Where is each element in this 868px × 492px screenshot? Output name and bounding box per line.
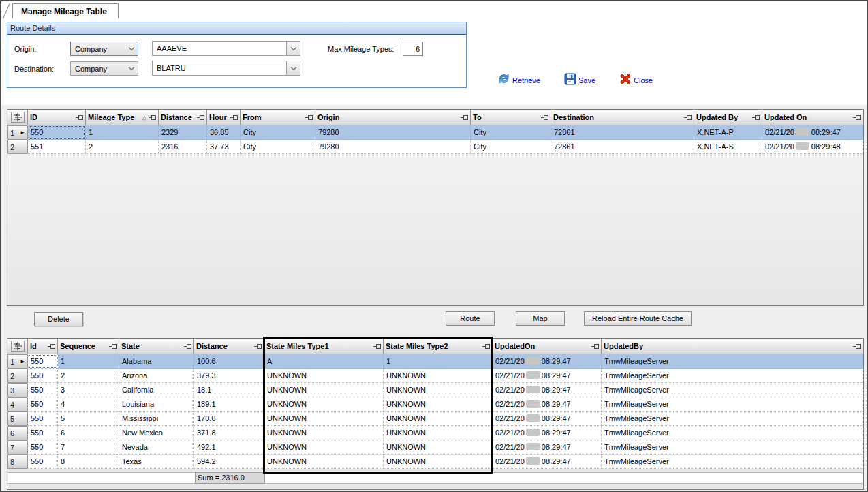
cell-sequence[interactable]: 6 <box>58 426 119 440</box>
table-row[interactable]: 7 550 7 Nevada 492.1 UNKNOWN UNKNOWN 02/… <box>7 440 863 455</box>
cell-updatedby[interactable]: TmwMileageServer <box>602 412 863 426</box>
row-selector[interactable]: 3 <box>7 383 28 397</box>
pin-icon[interactable] <box>149 114 156 121</box>
cell-origin[interactable]: 79280 <box>315 140 471 154</box>
cell-state-miles-type2[interactable]: UNKNOWN <box>384 426 493 440</box>
map-button[interactable]: Map <box>516 311 565 326</box>
cell-state-miles-type2[interactable]: UNKNOWN <box>384 412 493 426</box>
cell-id[interactable]: 550 <box>28 383 58 397</box>
cell-from[interactable]: City <box>241 125 315 140</box>
cell-distance[interactable]: 170.8 <box>194 412 264 426</box>
cell-id[interactable]: 550 <box>28 455 58 469</box>
cell-to[interactable]: City <box>471 125 551 140</box>
grid-corner-header[interactable] <box>7 110 28 125</box>
origin-code-combo[interactable]: AAAEVE <box>152 41 300 56</box>
pin-icon[interactable] <box>684 114 692 121</box>
cell-sequence[interactable]: 4 <box>58 397 119 412</box>
cell-updatedon[interactable]: 02/21/2008:29:47 <box>493 412 602 426</box>
row-selector[interactable]: 2 <box>7 369 28 383</box>
cell-state[interactable]: Texas <box>119 455 194 469</box>
table-row[interactable]: 5 550 5 Mississippi 170.8 UNKNOWN UNKNOW… <box>7 412 863 426</box>
table-row[interactable]: 4 550 4 Louisiana 189.1 UNKNOWN UNKNOWN … <box>7 397 863 412</box>
cell-updated-on[interactable]: 02/21/2008:29:48 <box>762 140 863 154</box>
cell-updatedby[interactable]: TmwMileageServer <box>602 455 863 469</box>
column-header-state-miles-type2[interactable]: State Miles Type2 <box>384 339 493 354</box>
cell-state[interactable]: Alabama <box>119 354 194 369</box>
pin-icon[interactable] <box>76 114 83 121</box>
cell-state-miles-type1[interactable]: UNKNOWN <box>264 426 384 440</box>
column-header-from[interactable]: From <box>241 110 315 125</box>
cell-id[interactable]: 550 <box>28 125 86 140</box>
cell-state-miles-type1[interactable]: UNKNOWN <box>264 397 384 412</box>
cell-state-miles-type1[interactable]: A <box>264 354 384 369</box>
cell-state[interactable]: Louisiana <box>119 397 194 412</box>
close-button[interactable]: Close <box>619 72 653 89</box>
cell-state-miles-type2[interactable]: UNKNOWN <box>384 369 493 383</box>
column-header-distance[interactable]: Distance <box>194 339 264 354</box>
cell-id[interactable]: 550 <box>28 397 58 412</box>
cell-mileage-type[interactable]: 1 <box>86 125 159 140</box>
pin-icon[interactable] <box>752 114 760 121</box>
cell-distance[interactable]: 379.3 <box>194 369 264 383</box>
cell-hour[interactable]: 37.73 <box>207 140 241 154</box>
cell-updated-by[interactable]: X.NET-A-S <box>694 140 762 154</box>
table-row[interactable]: 3 550 3 California 18.1 UNKNOWN UNKNOWN … <box>7 383 863 397</box>
cell-state[interactable]: New Mexico <box>119 426 194 440</box>
origin-type-dropdown[interactable]: Company <box>70 42 138 56</box>
column-header-updated-by[interactable]: Updated By <box>694 110 762 125</box>
row-selector[interactable]: 1► <box>7 354 28 369</box>
cell-hour[interactable]: 36.85 <box>207 125 241 140</box>
save-button[interactable]: Save <box>563 72 595 89</box>
cell-id[interactable]: 550 <box>28 412 58 426</box>
table-row[interactable]: 8 550 8 Texas 594.2 UNKNOWN UNKNOWN 02/2… <box>7 455 863 469</box>
cell-state[interactable]: Mississippi <box>119 412 194 426</box>
tab-manage-mileage-table[interactable]: Manage Mileage Table <box>12 3 119 18</box>
reload-route-cache-button[interactable]: Reload Entire Route Cache <box>584 311 692 326</box>
cell-id[interactable]: 550 <box>28 440 58 455</box>
column-header-updated-on[interactable]: Updated On <box>762 110 863 125</box>
cell-distance[interactable]: 2316 <box>159 140 207 154</box>
column-header-origin[interactable]: Origin <box>315 110 471 125</box>
destination-code-combo[interactable]: BLATRU <box>152 61 300 76</box>
cell-state-miles-type2[interactable]: UNKNOWN <box>384 383 493 397</box>
table-row[interactable]: 6 550 6 New Mexico 371.8 UNKNOWN UNKNOWN… <box>7 426 863 440</box>
row-selector[interactable]: 4 <box>7 397 28 412</box>
pin-icon[interactable] <box>305 114 313 121</box>
cell-mileage-type[interactable]: 2 <box>86 140 159 154</box>
cell-updatedby[interactable]: TmwMileageServer <box>602 397 863 412</box>
cell-sequence[interactable]: 3 <box>58 383 119 397</box>
cell-state-miles-type1[interactable]: UNKNOWN <box>264 412 384 426</box>
column-header-updatedby[interactable]: UpdatedBy <box>602 339 863 354</box>
pin-icon[interactable] <box>461 114 468 121</box>
pin-icon[interactable] <box>109 343 117 350</box>
cell-state-miles-type1[interactable]: UNKNOWN <box>264 383 384 397</box>
origin-code-drop-button[interactable] <box>286 42 300 55</box>
cell-origin[interactable]: 79280 <box>315 125 471 140</box>
column-header-destination[interactable]: Destination <box>551 110 694 125</box>
cell-state-miles-type2[interactable]: UNKNOWN <box>384 397 493 412</box>
pin-icon[interactable] <box>197 114 204 121</box>
cell-state-miles-type2[interactable]: UNKNOWN <box>384 455 493 469</box>
pin-icon[interactable] <box>254 343 262 350</box>
row-selector[interactable]: 7 <box>7 440 28 455</box>
cell-distance[interactable]: 100.6 <box>194 354 264 369</box>
table-row[interactable]: 2 550 2 Arizona 379.3 UNKNOWN UNKNOWN 02… <box>7 369 863 383</box>
cell-state[interactable]: Arizona <box>119 369 194 383</box>
row-selector[interactable]: 5 <box>7 412 28 426</box>
cell-updatedon[interactable]: 02/21/2008:29:47 <box>493 369 602 383</box>
cell-from[interactable]: City <box>241 140 315 154</box>
max-mileage-types-input[interactable] <box>403 42 423 56</box>
cell-updatedon[interactable]: 02/21/2008:29:47 <box>493 426 602 440</box>
cell-state-miles-type1[interactable]: UNKNOWN <box>264 455 384 469</box>
cell-updatedon[interactable]: 02/21/2008:29:47 <box>493 455 602 469</box>
pin-icon[interactable] <box>373 343 381 350</box>
cell-distance[interactable]: 492.1 <box>194 440 264 455</box>
grid-corner-header[interactable] <box>7 339 28 354</box>
cell-updatedon[interactable]: 02/21/2008:29:47 <box>493 397 602 412</box>
route-button[interactable]: Route <box>446 311 495 326</box>
column-header-sequence[interactable]: Sequence <box>58 339 119 354</box>
delete-button[interactable]: Delete <box>34 312 83 326</box>
pin-icon[interactable] <box>541 114 548 121</box>
cell-state[interactable]: California <box>119 383 194 397</box>
row-selector[interactable]: 2 <box>7 140 28 154</box>
